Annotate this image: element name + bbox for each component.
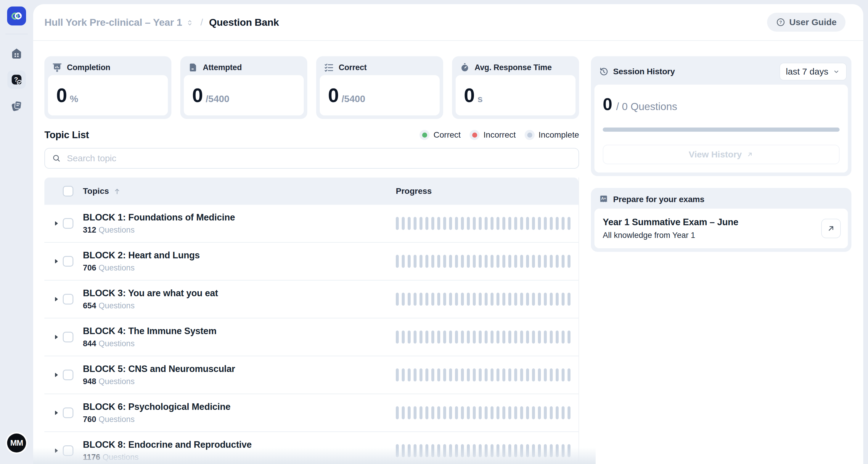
sidebar-item-home[interactable] xyxy=(7,44,26,63)
progress-segment xyxy=(431,444,434,457)
progress-segment xyxy=(449,406,452,419)
course-selector-icon[interactable] xyxy=(186,19,194,27)
progress-segment xyxy=(437,217,440,230)
topic-count-number: 654 xyxy=(83,301,96,310)
progress-segment xyxy=(473,331,476,343)
date-range-dropdown[interactable]: last 7 days xyxy=(779,63,847,80)
select-all-checkbox[interactable] xyxy=(63,186,73,197)
progress-segment xyxy=(467,293,470,306)
progress-segment xyxy=(538,368,541,382)
user-guide-button[interactable]: ? User Guide xyxy=(767,13,845,32)
row-checkbox[interactable] xyxy=(63,218,73,229)
table-row[interactable]: BLOCK 4: The Immune System 844Questions xyxy=(44,319,579,356)
progress-segment xyxy=(514,331,517,343)
stat-value: 0 xyxy=(192,84,203,106)
progress-segment xyxy=(567,331,570,343)
topic-progress-bar xyxy=(396,217,570,230)
user-avatar[interactable]: MM xyxy=(7,433,26,453)
sidebar-item-flashcards[interactable] xyxy=(7,96,26,115)
progress-segment xyxy=(402,331,405,343)
expand-caret-icon[interactable] xyxy=(53,372,59,378)
progress-segment xyxy=(502,217,505,230)
progress-segment xyxy=(455,293,458,306)
expand-caret-icon[interactable] xyxy=(53,334,59,340)
expand-caret-icon[interactable] xyxy=(53,409,59,416)
progress-segment xyxy=(420,255,423,268)
table-row[interactable]: BLOCK 6: Psychological Medicine 760Quest… xyxy=(44,394,579,432)
progress-segment xyxy=(526,444,529,457)
progress-segment xyxy=(461,293,464,306)
progress-segment xyxy=(479,368,482,382)
progress-segment xyxy=(413,255,416,268)
row-checkbox[interactable] xyxy=(63,407,73,418)
progress-segment xyxy=(544,293,547,306)
sort-ascending-icon[interactable] xyxy=(113,187,121,195)
progress-segment xyxy=(544,255,547,268)
progress-segment xyxy=(526,255,529,268)
app-logo[interactable] xyxy=(7,6,26,26)
top-bar: Hull York Pre-clinical – Year 1 / Questi… xyxy=(33,4,863,41)
progress-segment xyxy=(491,331,494,343)
topics-column-header[interactable]: Topics xyxy=(83,187,109,196)
progress-segment xyxy=(520,331,523,343)
progress-segment xyxy=(396,331,399,343)
stat-card-attempted: Attempted 0 /5400 xyxy=(180,56,307,119)
breadcrumb-course[interactable]: Hull York Pre-clinical – Year 1 xyxy=(44,16,182,28)
row-checkbox[interactable] xyxy=(63,445,73,456)
progress-segment xyxy=(461,368,464,382)
progress-segment xyxy=(550,331,553,343)
progress-segment xyxy=(485,444,488,457)
progress-segment xyxy=(520,406,523,419)
progress-segment xyxy=(508,368,511,382)
expand-caret-icon[interactable] xyxy=(53,448,59,454)
progress-segment xyxy=(550,255,553,268)
checklist-icon xyxy=(324,62,334,72)
expand-caret-icon[interactable] xyxy=(53,220,59,227)
progress-segment xyxy=(431,331,434,343)
progress-segment xyxy=(538,217,541,230)
stats-row: Completion 0 % xyxy=(44,56,579,119)
stat-suffix: /5400 xyxy=(206,94,229,104)
progress-segment xyxy=(567,217,570,230)
sidebar-divider xyxy=(5,34,28,34)
progress-segment xyxy=(455,331,458,343)
progress-segment xyxy=(455,406,458,419)
table-row[interactable]: BLOCK 1: Foundations of Medicine 312Ques… xyxy=(44,205,579,243)
progress-segment xyxy=(544,217,547,230)
progress-segment xyxy=(408,406,411,419)
view-history-button[interactable]: View History xyxy=(603,145,840,164)
sidebar-item-question-bank[interactable]: ? xyxy=(7,70,26,89)
progress-segment xyxy=(413,444,416,457)
progress-segment xyxy=(420,217,423,230)
progress-segment xyxy=(426,255,428,268)
table-row[interactable]: BLOCK 3: You are what you eat 654Questio… xyxy=(44,280,579,319)
topic-question-count: 760Questions xyxy=(83,415,230,424)
search-input[interactable] xyxy=(66,153,571,164)
progress-segment xyxy=(491,406,494,419)
progress-segment xyxy=(496,331,499,343)
topic-count-unit: Questions xyxy=(99,301,135,310)
progress-segment xyxy=(443,217,446,230)
stat-label: Avg. Response Time xyxy=(474,63,552,72)
progress-segment xyxy=(532,406,535,419)
table-header: Topics Progress xyxy=(44,177,579,205)
row-checkbox[interactable] xyxy=(63,256,73,267)
progress-segment xyxy=(461,406,464,419)
open-exam-button[interactable] xyxy=(821,219,841,238)
table-row[interactable]: BLOCK 5: CNS and Neuromuscular 948Questi… xyxy=(44,356,579,394)
table-row[interactable]: BLOCK 2: Heart and Lungs 706Questions xyxy=(44,243,579,280)
row-checkbox[interactable] xyxy=(63,370,73,380)
topic-count-number: 844 xyxy=(83,339,96,348)
sidebar: ? MM xyxy=(0,0,33,464)
expand-caret-icon[interactable] xyxy=(53,296,59,302)
row-checkbox[interactable] xyxy=(63,294,73,304)
progress-segment xyxy=(473,293,476,306)
legend-item-correct: Correct xyxy=(420,130,461,140)
progress-segment xyxy=(496,444,499,457)
progress-segment xyxy=(550,368,553,382)
progress-segment xyxy=(479,293,482,306)
expand-caret-icon[interactable] xyxy=(53,258,59,265)
progress-segment xyxy=(467,406,470,419)
table-row[interactable]: BLOCK 8: Endocrine and Reproductive 1176… xyxy=(44,432,579,464)
row-checkbox[interactable] xyxy=(63,332,73,342)
